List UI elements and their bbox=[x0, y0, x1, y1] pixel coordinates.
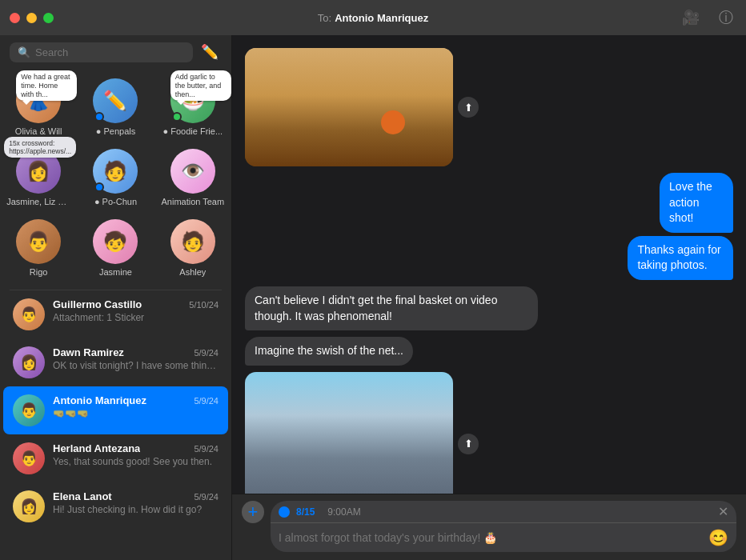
share-icon: ⬆ bbox=[464, 438, 473, 450]
message-input-bar: 😊 bbox=[271, 523, 736, 552]
search-box[interactable]: 🔍 bbox=[10, 42, 193, 62]
pinned-label: Jasmine, Liz &... bbox=[6, 197, 70, 206]
avatar-wrap: 👁️ bbox=[170, 149, 215, 194]
msg-bubble-imagine: Imagine the swish of the net... bbox=[245, 337, 413, 366]
photo-message-1: ⬆ bbox=[245, 48, 453, 166]
video-call-button[interactable]: 🎥 bbox=[679, 6, 703, 30]
conv-content: Antonio Manriquez 5/9/24 🤜🤜🤜 bbox=[53, 394, 219, 419]
conv-preview: OK to visit tonight? I have some things … bbox=[53, 360, 219, 371]
pinned-item-jasmine2[interactable]: 🧒 Jasmine bbox=[77, 213, 154, 283]
conv-name: Guillermo Castillo bbox=[53, 298, 142, 310]
chat-bubble-overlay: Add garlic to the butter, and then... bbox=[170, 70, 231, 101]
close-schedule-button[interactable]: ✕ bbox=[718, 504, 728, 519]
conv-preview: Attachment: 1 Sticker bbox=[53, 312, 219, 323]
avatar-rigo: 👨 bbox=[16, 219, 61, 264]
msg-row-cantbelieve: Can't believe I didn't get the final bas… bbox=[245, 286, 733, 330]
pinned-label: ● Penpals bbox=[96, 126, 135, 136]
message-input[interactable] bbox=[279, 531, 702, 544]
avatar-dawn: 👩 bbox=[13, 346, 45, 378]
conv-name: Elena Lanot bbox=[53, 490, 112, 502]
conv-preview: 🤜🤜🤜 bbox=[53, 408, 219, 419]
pinned-label: ● Foodie Frie... bbox=[163, 126, 223, 136]
info-button[interactable]: ⓘ bbox=[716, 5, 736, 30]
msg-row-thanks: Thanks again for taking photos. bbox=[558, 236, 733, 280]
pinned-item-pochun[interactable]: 🧑 ● Po-Chun bbox=[77, 142, 154, 213]
unread-dot bbox=[94, 182, 104, 192]
msg-row-love: Love the action shot! bbox=[611, 173, 733, 233]
conv-item-elena[interactable]: 👩 Elena Lanot 5/9/24 Hi! Just checking i… bbox=[3, 482, 228, 530]
pinned-label: Rigo bbox=[30, 267, 48, 277]
photo-share-button-2[interactable]: ⬆ bbox=[458, 434, 479, 454]
emoji-button[interactable]: 😊 bbox=[708, 528, 728, 547]
conv-content: Guillermo Castillo 5/10/24 Attachment: 1… bbox=[53, 298, 219, 323]
search-icon: 🔍 bbox=[18, 46, 30, 58]
conv-date: 5/9/24 bbox=[194, 492, 219, 502]
schedule-meta: 8/15 9:00AM bbox=[296, 506, 712, 518]
recipient-name: Antonio Manriquez bbox=[335, 12, 428, 24]
avatar-wrap: 👗 We had a great time. Home with th... bbox=[16, 78, 61, 123]
conv-top: Elena Lanot 5/9/24 bbox=[53, 490, 219, 502]
schedule-date: 8/15 bbox=[296, 506, 315, 518]
compose-icon: ✏️ bbox=[201, 44, 219, 60]
info-icon: ⓘ bbox=[719, 10, 733, 26]
avatar-wrap: 👨 bbox=[16, 219, 61, 264]
conv-item-antonio[interactable]: 👨 Antonio Manriquez 5/9/24 🤜🤜🤜 bbox=[3, 386, 228, 434]
avatar-wrap: 🍜 Add garlic to the butter, and then... bbox=[170, 78, 215, 123]
imessage-indicator bbox=[279, 506, 290, 518]
conv-item-herland[interactable]: 👨 Herland Antezana 5/9/24 Yes, that soun… bbox=[3, 434, 228, 482]
msg-row-imagine: Imagine the swish of the net... bbox=[245, 337, 733, 366]
avatar-wrap: ✏️ bbox=[93, 78, 138, 123]
conv-content: Dawn Ramirez 5/9/24 OK to visit tonight?… bbox=[53, 346, 219, 371]
app-body: 🔍 ✏️ 👗 We had a great time. Home with th… bbox=[0, 35, 746, 560]
avatar-herland: 👨 bbox=[13, 442, 45, 474]
recipient-header: To: Antonio Manriquez bbox=[318, 12, 428, 24]
avatar-ashley: 🧑 bbox=[170, 219, 215, 264]
plus-icon: + bbox=[248, 502, 259, 522]
close-button[interactable] bbox=[10, 13, 20, 23]
sidebar-header: 🔍 ✏️ bbox=[0, 35, 231, 69]
pinned-item-rigo[interactable]: 👨 Rigo bbox=[0, 213, 77, 283]
avatar-guillermo: 👨 bbox=[13, 298, 45, 330]
conv-name: Herland Antezana bbox=[53, 442, 140, 454]
pinned-item-jasmine-liz[interactable]: 👩 15x crossword: https://apple.news/... … bbox=[0, 142, 77, 213]
new-message-button[interactable]: ✏️ bbox=[198, 42, 222, 62]
msg-row-photo1: ⬆ bbox=[245, 48, 733, 166]
msg-text: Love the action shot! bbox=[669, 180, 712, 224]
pinned-label: Ashley bbox=[179, 267, 206, 277]
title-bar: To: Antonio Manriquez 🎥 ⓘ bbox=[0, 0, 746, 35]
search-input[interactable] bbox=[35, 46, 185, 58]
conv-item-dawn[interactable]: 👩 Dawn Ramirez 5/9/24 OK to visit tonigh… bbox=[3, 338, 228, 386]
conv-date: 5/10/24 bbox=[189, 300, 219, 310]
pinned-label: Jasmine bbox=[99, 267, 132, 277]
msg-bubble-love: Love the action shot! bbox=[660, 173, 733, 233]
maximize-button[interactable] bbox=[43, 13, 54, 23]
avatar-elena: 👩 bbox=[13, 490, 45, 522]
conv-item-guillermo[interactable]: 👨 Guillermo Castillo 5/10/24 Attachment:… bbox=[3, 290, 228, 338]
chat-bubble-overlay: 15x crossword: https://apple.news/... bbox=[4, 137, 76, 158]
add-attachment-button[interactable]: + bbox=[242, 501, 264, 523]
msg-bubble-cantbelieve: Can't believe I didn't get the final bas… bbox=[245, 286, 538, 330]
photo-content bbox=[245, 372, 453, 494]
pinned-item-penpals[interactable]: ✏️ ● Penpals bbox=[77, 72, 154, 142]
conv-name: Dawn Ramirez bbox=[53, 346, 124, 358]
messages-area[interactable]: ⬆ Love the action shot! Thanks again for… bbox=[232, 35, 746, 494]
schedule-bar: 8/15 9:00AM ✕ bbox=[271, 501, 736, 523]
photo-share-button[interactable]: ⬆ bbox=[458, 97, 479, 118]
photo-content bbox=[245, 48, 453, 166]
pinned-item-animation-team[interactable]: 👁️ Animation Team bbox=[154, 142, 231, 213]
pinned-item-olivia-will[interactable]: 👗 We had a great time. Home with th... O… bbox=[0, 72, 77, 142]
msg-text: Imagine the swish of the net... bbox=[255, 344, 403, 357]
avatar-wrap: 🧑 bbox=[170, 219, 215, 264]
conversation-list: 👨 Guillermo Castillo 5/10/24 Attachment:… bbox=[0, 290, 231, 560]
pinned-item-foodie[interactable]: 🍜 Add garlic to the butter, and then... … bbox=[154, 72, 231, 142]
sidebar: 🔍 ✏️ 👗 We had a great time. Home with th… bbox=[0, 35, 232, 560]
minimize-button[interactable] bbox=[26, 13, 37, 23]
msg-text: Thanks again for taking photos. bbox=[637, 243, 720, 272]
to-label: To: bbox=[318, 12, 331, 24]
video-icon: 🎥 bbox=[682, 10, 700, 26]
emoji-icon: 😊 bbox=[708, 529, 728, 546]
sent-message-group: Love the action shot! Thanks again for t… bbox=[558, 173, 733, 280]
pinned-label: Olivia & Will bbox=[15, 126, 62, 136]
input-area: + 8/15 9:00AM ✕ 😊 bbox=[232, 494, 746, 560]
pinned-item-ashley[interactable]: 🧑 Ashley bbox=[154, 213, 231, 283]
